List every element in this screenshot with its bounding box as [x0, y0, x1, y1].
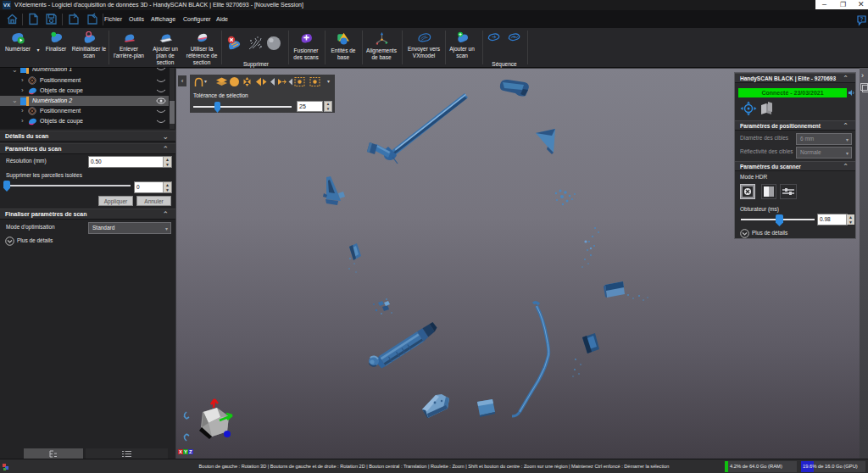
- svg-text:?: ?: [860, 16, 864, 22]
